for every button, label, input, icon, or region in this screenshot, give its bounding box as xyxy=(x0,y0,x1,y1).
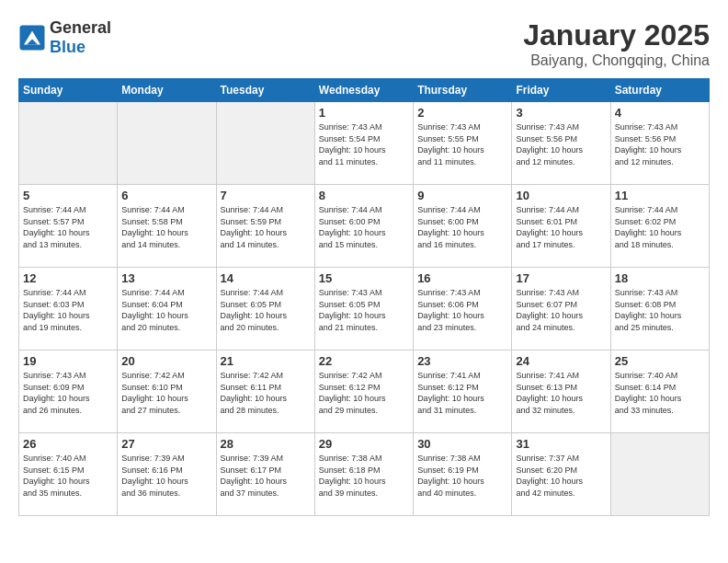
day-info: Sunrise: 7:43 AM Sunset: 5:54 PM Dayligh… xyxy=(319,121,409,167)
day-cell: 3Sunrise: 7:43 AM Sunset: 5:56 PM Daylig… xyxy=(512,102,610,185)
day-number: 27 xyxy=(121,437,211,451)
days-header-row: SundayMondayTuesdayWednesdayThursdayFrid… xyxy=(19,79,710,102)
day-number: 6 xyxy=(121,189,211,202)
day-header-saturday: Saturday xyxy=(610,79,709,102)
day-number: 24 xyxy=(516,354,606,368)
calendar-subtitle: Baiyang, Chongqing, China xyxy=(523,52,710,69)
day-info: Sunrise: 7:39 AM Sunset: 6:17 PM Dayligh… xyxy=(221,453,311,499)
day-cell: 17Sunrise: 7:43 AM Sunset: 6:07 PM Dayli… xyxy=(512,268,610,350)
day-header-wednesday: Wednesday xyxy=(314,79,413,102)
day-number: 23 xyxy=(417,354,507,368)
day-cell: 24Sunrise: 7:41 AM Sunset: 6:13 PM Dayli… xyxy=(512,350,610,433)
day-header-tuesday: Tuesday xyxy=(216,79,314,102)
week-row-2: 12Sunrise: 7:44 AM Sunset: 6:03 PM Dayli… xyxy=(19,268,710,350)
day-number: 16 xyxy=(417,271,507,285)
day-cell: 7Sunrise: 7:44 AM Sunset: 5:59 PM Daylig… xyxy=(216,185,314,268)
day-header-thursday: Thursday xyxy=(414,79,512,102)
day-number: 13 xyxy=(121,271,211,285)
day-info: Sunrise: 7:43 AM Sunset: 6:05 PM Dayligh… xyxy=(319,287,409,333)
day-cell: 8Sunrise: 7:44 AM Sunset: 6:00 PM Daylig… xyxy=(314,185,413,268)
week-row-0: 1Sunrise: 7:43 AM Sunset: 5:54 PM Daylig… xyxy=(19,102,710,185)
day-info: Sunrise: 7:38 AM Sunset: 6:18 PM Dayligh… xyxy=(319,453,409,499)
day-cell: 16Sunrise: 7:43 AM Sunset: 6:06 PM Dayli… xyxy=(414,268,512,350)
day-number: 4 xyxy=(615,106,705,120)
day-number: 15 xyxy=(319,271,409,285)
day-number: 12 xyxy=(23,271,113,285)
day-cell: 29Sunrise: 7:38 AM Sunset: 6:18 PM Dayli… xyxy=(314,433,413,516)
day-info: Sunrise: 7:40 AM Sunset: 6:15 PM Dayligh… xyxy=(23,453,113,499)
day-cell: 5Sunrise: 7:44 AM Sunset: 5:57 PM Daylig… xyxy=(19,185,118,268)
page-header: General Blue January 2025 Baiyang, Chong… xyxy=(18,18,710,69)
day-info: Sunrise: 7:41 AM Sunset: 6:12 PM Dayligh… xyxy=(417,370,507,416)
day-number: 9 xyxy=(417,189,507,202)
day-info: Sunrise: 7:39 AM Sunset: 6:16 PM Dayligh… xyxy=(121,453,211,499)
day-header-sunday: Sunday xyxy=(19,79,118,102)
day-cell: 13Sunrise: 7:44 AM Sunset: 6:04 PM Dayli… xyxy=(118,268,216,350)
day-number: 31 xyxy=(516,437,606,451)
day-cell: 1Sunrise: 7:43 AM Sunset: 5:54 PM Daylig… xyxy=(314,102,413,185)
day-number: 29 xyxy=(319,437,409,451)
day-info: Sunrise: 7:43 AM Sunset: 5:56 PM Dayligh… xyxy=(516,121,606,167)
day-cell: 18Sunrise: 7:43 AM Sunset: 6:08 PM Dayli… xyxy=(610,268,709,350)
day-cell: 30Sunrise: 7:38 AM Sunset: 6:19 PM Dayli… xyxy=(414,433,512,516)
day-number: 21 xyxy=(221,354,311,368)
day-cell: 26Sunrise: 7:40 AM Sunset: 6:15 PM Dayli… xyxy=(19,433,118,516)
day-cell: 19Sunrise: 7:43 AM Sunset: 6:09 PM Dayli… xyxy=(19,350,118,433)
day-number: 3 xyxy=(516,106,606,120)
day-info: Sunrise: 7:44 AM Sunset: 6:02 PM Dayligh… xyxy=(615,204,705,250)
day-number: 28 xyxy=(221,437,311,451)
day-info: Sunrise: 7:44 AM Sunset: 5:57 PM Dayligh… xyxy=(23,204,113,250)
day-number: 8 xyxy=(319,189,409,202)
day-header-friday: Friday xyxy=(512,79,610,102)
day-cell: 21Sunrise: 7:42 AM Sunset: 6:11 PM Dayli… xyxy=(216,350,314,433)
day-info: Sunrise: 7:44 AM Sunset: 6:03 PM Dayligh… xyxy=(23,287,113,333)
day-cell xyxy=(216,102,314,185)
day-number: 25 xyxy=(615,354,705,368)
day-number: 10 xyxy=(516,189,606,202)
week-row-4: 26Sunrise: 7:40 AM Sunset: 6:15 PM Dayli… xyxy=(19,433,710,516)
day-number: 18 xyxy=(615,271,705,285)
calendar-table: SundayMondayTuesdayWednesdayThursdayFrid… xyxy=(18,78,710,516)
day-cell xyxy=(118,102,216,185)
day-info: Sunrise: 7:37 AM Sunset: 6:20 PM Dayligh… xyxy=(516,453,606,499)
day-cell: 4Sunrise: 7:43 AM Sunset: 5:56 PM Daylig… xyxy=(610,102,709,185)
logo-blue: Blue xyxy=(50,38,85,56)
day-number: 14 xyxy=(221,271,311,285)
day-info: Sunrise: 7:44 AM Sunset: 6:00 PM Dayligh… xyxy=(417,204,507,250)
day-info: Sunrise: 7:43 AM Sunset: 6:08 PM Dayligh… xyxy=(615,287,705,333)
day-cell: 15Sunrise: 7:43 AM Sunset: 6:05 PM Dayli… xyxy=(314,268,413,350)
logo: General Blue xyxy=(18,18,111,57)
logo-general: General xyxy=(50,18,111,37)
day-info: Sunrise: 7:42 AM Sunset: 6:11 PM Dayligh… xyxy=(221,370,311,416)
week-row-3: 19Sunrise: 7:43 AM Sunset: 6:09 PM Dayli… xyxy=(19,350,710,433)
day-cell: 9Sunrise: 7:44 AM Sunset: 6:00 PM Daylig… xyxy=(414,185,512,268)
day-cell: 22Sunrise: 7:42 AM Sunset: 6:12 PM Dayli… xyxy=(314,350,413,433)
day-cell: 31Sunrise: 7:37 AM Sunset: 6:20 PM Dayli… xyxy=(512,433,610,516)
day-cell: 27Sunrise: 7:39 AM Sunset: 6:16 PM Dayli… xyxy=(118,433,216,516)
day-number: 17 xyxy=(516,271,606,285)
day-cell: 20Sunrise: 7:42 AM Sunset: 6:10 PM Dayli… xyxy=(118,350,216,433)
day-cell: 11Sunrise: 7:44 AM Sunset: 6:02 PM Dayli… xyxy=(610,185,709,268)
week-row-1: 5Sunrise: 7:44 AM Sunset: 5:57 PM Daylig… xyxy=(19,185,710,268)
day-info: Sunrise: 7:43 AM Sunset: 6:07 PM Dayligh… xyxy=(516,287,606,333)
day-info: Sunrise: 7:40 AM Sunset: 6:14 PM Dayligh… xyxy=(615,370,705,416)
day-info: Sunrise: 7:44 AM Sunset: 6:01 PM Dayligh… xyxy=(516,204,606,250)
day-info: Sunrise: 7:44 AM Sunset: 6:05 PM Dayligh… xyxy=(221,287,311,333)
day-cell: 14Sunrise: 7:44 AM Sunset: 6:05 PM Dayli… xyxy=(216,268,314,350)
day-info: Sunrise: 7:44 AM Sunset: 5:58 PM Dayligh… xyxy=(121,204,211,250)
day-number: 22 xyxy=(319,354,409,368)
calendar-title: January 2025 xyxy=(523,18,710,52)
day-info: Sunrise: 7:43 AM Sunset: 5:55 PM Dayligh… xyxy=(417,121,507,167)
day-cell xyxy=(610,433,709,516)
day-number: 19 xyxy=(23,354,113,368)
day-info: Sunrise: 7:43 AM Sunset: 6:09 PM Dayligh… xyxy=(23,370,113,416)
day-info: Sunrise: 7:44 AM Sunset: 6:04 PM Dayligh… xyxy=(121,287,211,333)
day-number: 30 xyxy=(417,437,507,451)
day-cell: 10Sunrise: 7:44 AM Sunset: 6:01 PM Dayli… xyxy=(512,185,610,268)
day-cell: 23Sunrise: 7:41 AM Sunset: 6:12 PM Dayli… xyxy=(414,350,512,433)
day-number: 2 xyxy=(417,106,507,120)
day-info: Sunrise: 7:41 AM Sunset: 6:13 PM Dayligh… xyxy=(516,370,606,416)
day-info: Sunrise: 7:43 AM Sunset: 6:06 PM Dayligh… xyxy=(417,287,507,333)
day-cell: 2Sunrise: 7:43 AM Sunset: 5:55 PM Daylig… xyxy=(414,102,512,185)
day-info: Sunrise: 7:42 AM Sunset: 6:12 PM Dayligh… xyxy=(319,370,409,416)
